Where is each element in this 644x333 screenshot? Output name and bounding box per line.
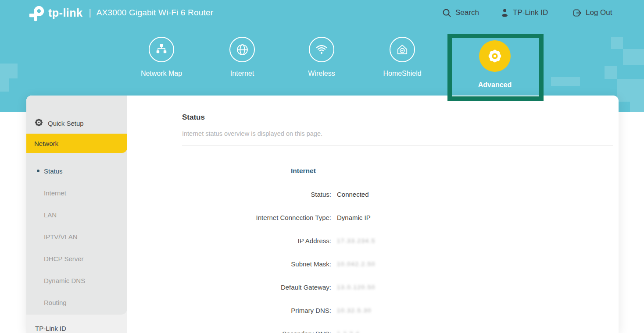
logout-icon xyxy=(572,8,582,18)
row-label: Subnet Mask: xyxy=(182,260,331,268)
page-title: Status xyxy=(182,113,613,122)
deco-square xyxy=(630,102,644,112)
search-label: Search xyxy=(455,8,479,17)
row-subnet-mask: Subnet Mask: 10.042.2.50 xyxy=(182,252,613,276)
row-connection-type: Internet Connection Type: Dynamic IP xyxy=(182,206,613,229)
header-banner: tp-link | AX3000 Gigabit Wi-Fi 6 Router … xyxy=(0,0,644,112)
internet-globe-icon xyxy=(229,37,255,62)
quick-setup-gear-icon xyxy=(34,118,43,127)
sidebar-item-quick-setup[interactable]: Quick Setup xyxy=(26,96,127,134)
title-separator: | xyxy=(89,8,91,18)
nav-label: HomeShield xyxy=(383,70,421,78)
submenu-label: Status xyxy=(44,167,63,175)
divider xyxy=(182,145,613,146)
logout-label: Log Out xyxy=(586,8,612,17)
sidebar-item-iptv-vlan[interactable]: IPTV/VLAN xyxy=(26,226,127,248)
sidebar-item-network[interactable]: Network xyxy=(26,134,127,153)
row-label: Internet Connection Type: xyxy=(182,214,331,221)
deco-square xyxy=(551,77,580,86)
nav-label: Network Map xyxy=(141,70,182,78)
row-value-redacted: 17.33.234.5 xyxy=(337,237,613,244)
nav-item-network-map[interactable]: Network Map xyxy=(131,37,192,78)
nav-label: Internet xyxy=(230,70,254,78)
network-map-icon xyxy=(149,37,174,62)
top-bar: tp-link | AX3000 Gigabit Wi-Fi 6 Router … xyxy=(0,0,644,25)
row-label: Primary DNS: xyxy=(182,307,331,314)
deco-square xyxy=(623,49,644,65)
submenu-label: Routing xyxy=(44,299,67,306)
status-rows: Status: Connected Internet Connection Ty… xyxy=(182,183,613,333)
row-label: Default Gateway: xyxy=(182,283,331,291)
sidebar: Quick Setup Network Status Internet LAN xyxy=(26,96,127,333)
nav-item-homeshield[interactable]: HomeShield xyxy=(372,37,433,78)
search-button[interactable]: Search xyxy=(442,0,479,25)
network-submenu: Status Internet LAN IPTV/VLAN DHCP Serve… xyxy=(26,153,127,313)
deco-square xyxy=(617,79,644,102)
sidebar-item-routing[interactable]: Routing xyxy=(26,291,127,313)
row-primary-dns: Primary DNS: 10.32.5.30 xyxy=(182,299,613,322)
internet-section-title: Internet xyxy=(291,167,613,175)
active-bullet-icon xyxy=(37,170,39,172)
nav-item-advanced[interactable]: Advanced xyxy=(464,40,526,89)
submenu-label: LAN xyxy=(44,211,57,219)
brand-name: tp-link xyxy=(48,7,83,19)
sidebar-item-lan[interactable]: LAN xyxy=(26,204,127,226)
sidebar-menu: Quick Setup Network Status Internet LAN xyxy=(26,96,127,315)
row-label: IP Address: xyxy=(182,237,331,244)
row-ip-address: IP Address: 17.33.234.5 xyxy=(182,229,613,252)
nav-item-wireless[interactable]: Wireless xyxy=(291,37,352,78)
homeshield-icon xyxy=(390,37,415,62)
row-value: Connected xyxy=(337,191,613,198)
deco-square xyxy=(0,78,9,92)
tplink-id-label: TP-Link ID xyxy=(513,8,548,17)
advanced-gear-icon xyxy=(479,40,511,72)
deco-square xyxy=(0,64,18,78)
nav-label: Wireless xyxy=(308,70,335,78)
submenu-label: IPTV/VLAN xyxy=(44,233,78,241)
quick-setup-label: Quick Setup xyxy=(48,120,84,127)
nav-label: Advanced xyxy=(478,81,512,89)
deco-square xyxy=(605,66,617,79)
tp-link-logo: tp-link | AX3000 Gigabit Wi-Fi 6 Router xyxy=(26,0,213,25)
row-label: Secondary DNS: xyxy=(182,330,331,333)
user-icon xyxy=(501,8,509,17)
row-label: Status: xyxy=(182,191,331,198)
tplink-id-section-label: TP-Link ID xyxy=(35,325,66,332)
product-name: AX3000 Gigabit Wi-Fi 6 Router xyxy=(97,8,214,18)
wireless-icon xyxy=(309,37,334,62)
sidebar-item-tplink-id[interactable]: TP-Link ID xyxy=(26,315,127,333)
row-value-redacted: 1.2.3.4 xyxy=(337,330,613,333)
deco-square xyxy=(611,37,623,49)
router-admin-page: tp-link | AX3000 Gigabit Wi-Fi 6 Router … xyxy=(0,0,644,333)
row-status: Status: Connected xyxy=(182,183,613,206)
tp-link-logo-icon xyxy=(26,5,47,23)
row-value-redacted: 13.0.120.50 xyxy=(337,284,613,290)
sidebar-item-status[interactable]: Status xyxy=(26,160,127,182)
submenu-label: Dynamic DNS xyxy=(44,277,85,284)
row-value-redacted: 10.042.2.50 xyxy=(337,261,613,267)
row-secondary-dns: Secondary DNS: 1.2.3.4 xyxy=(182,322,613,333)
tplink-id-button[interactable]: TP-Link ID xyxy=(501,0,548,25)
search-icon xyxy=(442,8,451,18)
main-content: Status Internet status overview is displ… xyxy=(127,96,619,333)
sidebar-item-dhcp-server[interactable]: DHCP Server xyxy=(26,248,127,269)
sidebar-item-internet[interactable]: Internet xyxy=(26,182,127,204)
logout-button[interactable]: Log Out xyxy=(572,0,612,25)
content-card: Quick Setup Network Status Internet LAN xyxy=(26,96,619,333)
sidebar-item-dynamic-dns[interactable]: Dynamic DNS xyxy=(26,269,127,291)
submenu-label: DHCP Server xyxy=(44,255,84,262)
row-value: Dynamic IP xyxy=(337,214,613,221)
submenu-label: Internet xyxy=(44,189,66,197)
nav-item-internet[interactable]: Internet xyxy=(211,37,273,78)
row-default-gateway: Default Gateway: 13.0.120.50 xyxy=(182,276,613,299)
page-subtitle: Internet status overview is displayed on… xyxy=(182,130,613,138)
network-label: Network xyxy=(34,140,58,147)
row-value-redacted: 10.32.5.30 xyxy=(337,307,613,314)
